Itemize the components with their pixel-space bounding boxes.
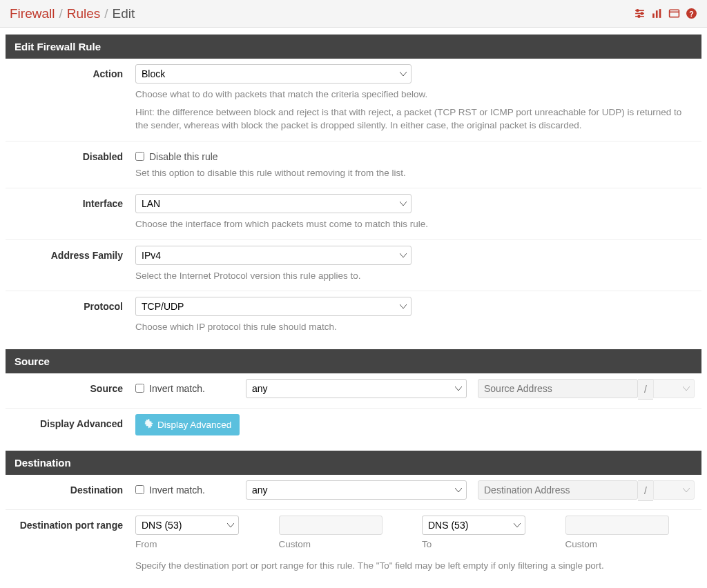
display-advanced-button[interactable]: Display Advanced [135, 414, 240, 435]
page-actions: ? [634, 8, 697, 19]
port-from-label: From [135, 539, 265, 549]
svg-text:?: ? [689, 10, 693, 18]
panel-title: Destination [6, 451, 701, 475]
display-advanced-button-label: Display Advanced [157, 420, 231, 430]
help-text: Choose which IP protocol this rule shoul… [135, 320, 695, 334]
label-address-family: Address Family [12, 246, 123, 283]
label-source: Source [12, 379, 123, 400]
svg-point-4 [641, 12, 643, 14]
svg-rect-8 [659, 9, 661, 18]
source-address-input[interactable] [478, 379, 638, 398]
row-interface: Interface LAN Choose the interface from … [6, 188, 701, 240]
destination-address-input[interactable] [478, 480, 638, 500]
address-family-select[interactable]: IPv4 [135, 246, 411, 265]
destination-invert-label: Invert match. [149, 484, 205, 496]
label-disabled: Disabled [12, 147, 123, 180]
panel-edit-firewall-rule: Edit Firewall Rule Action Block Choose w… [6, 35, 701, 342]
help-text: Choose what to do with packets that matc… [135, 88, 695, 101]
panel-destination: Destination Destination Invert match. an… [6, 451, 701, 581]
row-destination-port-range: Destination port range DNS (53) From Cus… [6, 510, 701, 581]
disabled-checkbox-label: Disable this rule [149, 151, 218, 162]
panel-title: Edit Firewall Rule [6, 35, 701, 59]
port-to-custom-input[interactable] [565, 516, 669, 535]
port-to-label: To [422, 539, 552, 549]
panel-title: Source [6, 349, 701, 373]
row-address-family: Address Family IPv4 Select the Internet … [6, 240, 701, 292]
source-invert-label: Invert match. [149, 383, 205, 394]
panel-source: Source Source Invert match. any / Displa… [6, 349, 701, 444]
row-disabled: Disabled Disable this rule Set this opti… [6, 141, 701, 189]
source-mask-select[interactable] [653, 379, 695, 398]
label-interface: Interface [12, 194, 123, 231]
disabled-checkbox[interactable] [135, 152, 144, 161]
port-to-select[interactable]: DNS (53) [422, 516, 525, 535]
port-to-custom-label: Custom [565, 539, 695, 549]
mask-separator: / [638, 480, 653, 501]
help-text: Select the Internet Protocol version thi… [135, 269, 695, 283]
breadcrumb-firewall[interactable]: Firewall [10, 6, 55, 21]
destination-invert-checkbox[interactable] [135, 485, 144, 494]
row-source: Source Invert match. any / [6, 373, 701, 409]
svg-rect-6 [652, 14, 655, 18]
row-protocol: Protocol TCP/UDP Choose which IP protoco… [6, 291, 701, 342]
destination-type-select[interactable]: any [246, 480, 467, 500]
breadcrumb: Firewall / Rules / Edit [10, 6, 135, 21]
breadcrumb-edit: Edit [113, 6, 135, 21]
port-from-custom-input[interactable] [279, 516, 382, 535]
help-text: Specify the destination port or port ran… [135, 559, 695, 573]
svg-rect-7 [656, 10, 658, 18]
breadcrumb-rules[interactable]: Rules [67, 6, 101, 21]
label-protocol: Protocol [12, 297, 123, 334]
port-from-custom-label: Custom [279, 539, 409, 549]
svg-rect-9 [670, 10, 679, 17]
help-text: Hint: the difference between block and r… [135, 106, 695, 133]
interface-select[interactable]: LAN [135, 194, 411, 213]
row-destination: Destination Invert match. any / [6, 475, 701, 510]
label-display-advanced: Display Advanced [12, 414, 123, 435]
action-select[interactable]: Block [135, 64, 411, 84]
mask-separator: / [638, 379, 653, 400]
protocol-select[interactable]: TCP/UDP [135, 297, 411, 316]
svg-point-5 [638, 15, 640, 17]
svg-point-3 [637, 10, 639, 12]
breadcrumb-sep: / [59, 6, 62, 21]
log-viewer-icon[interactable] [668, 8, 680, 19]
source-invert-checkbox[interactable] [135, 384, 144, 393]
settings-sliders-icon[interactable] [634, 8, 646, 19]
port-from-select[interactable]: DNS (53) [135, 516, 239, 535]
label-destination: Destination [12, 480, 123, 501]
page-header: Firewall / Rules / Edit ? [0, 0, 707, 28]
label-destination-port-range: Destination port range [12, 516, 123, 573]
breadcrumb-sep: / [104, 6, 108, 21]
destination-mask-select[interactable] [653, 480, 695, 500]
bar-chart-icon[interactable] [651, 8, 663, 19]
source-type-select[interactable]: any [246, 379, 467, 398]
help-icon[interactable]: ? [686, 8, 697, 19]
row-action: Action Block Choose what to do with pack… [6, 59, 701, 141]
row-display-advanced: Display Advanced Display Advanced [6, 409, 701, 444]
help-text: Choose the interface from which packets … [135, 217, 695, 231]
help-text: Set this option to disable this rule wit… [135, 166, 695, 180]
gear-icon [144, 419, 153, 431]
label-action: Action [12, 64, 123, 133]
